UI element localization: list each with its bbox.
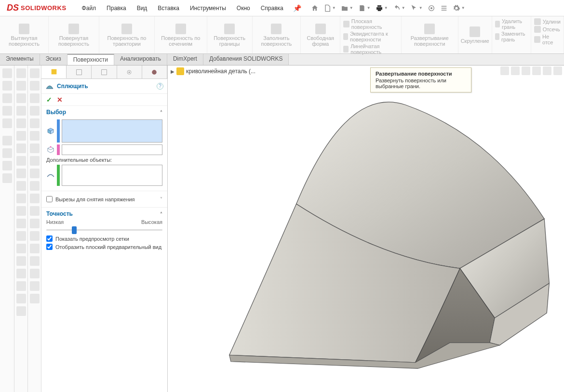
menu-help[interactable]: Справка [256, 3, 288, 13]
rb-freeform[interactable]: Свободная форма [301, 16, 340, 53]
lt2-icon[interactable] [16, 81, 26, 91]
tab-addins[interactable]: Добавления SOLIDWORKS [203, 54, 289, 65]
lt3-icon[interactable] [30, 81, 40, 91]
options-list-icon[interactable] [438, 2, 450, 14]
menu-edit[interactable]: Правка [102, 3, 131, 13]
lt1-icon[interactable] [2, 93, 12, 103]
fm-tab-dim[interactable] [117, 65, 142, 78]
lt1-icon[interactable] [2, 161, 12, 170]
menu-window[interactable]: Окно [232, 3, 255, 13]
lt2-icon[interactable] [16, 118, 26, 128]
cancel-button[interactable]: ✕ [57, 96, 63, 104]
lt3-icon[interactable] [30, 169, 40, 178]
hud-icon[interactable] [511, 66, 520, 75]
rb-fill-surface[interactable]: Заполнить поверхность [253, 16, 301, 53]
lt2-icon[interactable] [16, 106, 26, 116]
lt2-icon[interactable] [16, 194, 26, 203]
menu-tools[interactable]: Инструменты [185, 3, 231, 13]
lt2-icon[interactable] [16, 231, 26, 241]
lt3-icon[interactable] [30, 244, 40, 253]
breadcrumb[interactable]: ▶ криволинейная деталь (... [171, 67, 255, 75]
fm-tab-appearance[interactable] [142, 65, 167, 78]
graphics-viewport[interactable]: ▶ криволинейная деталь (... Развертывани… [168, 65, 564, 392]
lt3-icon[interactable] [30, 206, 40, 216]
lt2-icon[interactable] [16, 306, 26, 316]
additional-selection-box[interactable] [46, 165, 162, 186]
lt3-icon[interactable] [30, 231, 40, 241]
settings-icon[interactable]: ▼ [451, 2, 467, 14]
faces-selection-box[interactable] [46, 119, 162, 143]
lt2-icon[interactable] [16, 93, 26, 103]
lt1-icon[interactable] [2, 148, 12, 158]
lt3-icon[interactable] [30, 68, 40, 78]
hud-icon[interactable] [532, 66, 541, 75]
rebuild-icon[interactable] [426, 2, 437, 14]
rb-planar-surface[interactable]: Плоская поверхность [343, 18, 398, 30]
lt2-icon[interactable] [16, 219, 26, 228]
rb-extend[interactable]: Удлини [534, 18, 561, 25]
rb-loft-surface[interactable]: Поверхность по сечениям [155, 16, 207, 53]
lt2-icon[interactable] [16, 169, 26, 178]
lt3-icon[interactable] [30, 144, 40, 153]
rb-revolve-surface[interactable]: Повернутая поверхность [49, 16, 99, 53]
lt3-icon[interactable] [30, 93, 40, 103]
rb-delete-face[interactable]: Удалить грань [495, 18, 528, 30]
hud-icon[interactable] [500, 66, 509, 75]
lt3-icon[interactable] [30, 118, 40, 128]
lt2-icon[interactable] [16, 256, 26, 266]
help-icon[interactable]: ? [157, 83, 163, 90]
lt1-icon[interactable] [2, 68, 12, 78]
lt3-icon[interactable] [30, 219, 40, 228]
edge-selection-box[interactable] [46, 144, 162, 155]
home-icon[interactable] [309, 2, 321, 14]
print-icon[interactable]: ▼ [374, 2, 390, 14]
hud-icon[interactable] [522, 66, 530, 75]
accuracy-slider[interactable] [46, 226, 162, 234]
expand-icon[interactable]: ˅ [160, 196, 162, 202]
rb-extrude-surface[interactable]: Вытянутая поверхность [0, 16, 49, 53]
hud-icon[interactable] [553, 66, 562, 75]
relief-checkbox[interactable]: Вырезы для снятия напряжения ˅ [46, 196, 162, 202]
lt2-icon[interactable] [16, 156, 26, 166]
rb-replace-face[interactable]: Заменить грань [495, 31, 528, 42]
open-icon[interactable]: ▼ [339, 2, 355, 14]
menu-file[interactable]: Файл [77, 3, 101, 13]
flat-preview-checkbox[interactable]: Отобразить плоский предварительный вид [46, 244, 162, 250]
rb-fillet[interactable]: Скругление [458, 16, 492, 53]
rb-ruled-surface[interactable]: Линейчатая поверхность [343, 43, 398, 55]
lt3-icon[interactable] [30, 181, 40, 191]
tab-features[interactable]: Элементы [0, 54, 40, 65]
lt2-icon[interactable] [16, 181, 26, 191]
lt3-icon[interactable] [30, 106, 40, 116]
lt1-icon[interactable] [2, 81, 12, 91]
menu-view[interactable]: Вид [132, 3, 152, 13]
lt2-icon[interactable] [16, 68, 26, 78]
lt2-icon[interactable] [16, 244, 26, 253]
tab-evaluate[interactable]: Анализировать [114, 54, 167, 65]
preview-checkbox[interactable]: Показать предпросмотр сетки [46, 235, 162, 242]
tab-sketch[interactable]: Эскиз [40, 54, 67, 65]
collapse-icon[interactable]: ˄ [160, 211, 162, 217]
rb-boundary-surface[interactable]: Поверхность границы [207, 16, 253, 53]
lt2-icon[interactable] [16, 206, 26, 216]
new-icon[interactable]: ▼ [322, 2, 338, 14]
hud-icon[interactable] [543, 66, 551, 75]
lt2-icon[interactable] [16, 131, 26, 141]
tab-dimxpert[interactable]: DimXpert [167, 54, 203, 65]
rb-sweep-surface[interactable]: Поверхность по траектории [99, 16, 155, 53]
rb-offset-surface[interactable]: Эквидистанта к поверхности [343, 31, 398, 42]
lt1-icon[interactable] [2, 173, 12, 183]
rb-flatten-surface[interactable]: Развертывание поверхности [402, 16, 458, 53]
lt3-icon[interactable] [30, 194, 40, 203]
lt1-icon[interactable] [2, 118, 12, 128]
lt3-icon[interactable] [30, 269, 40, 278]
rb-trim[interactable]: Отсечь [534, 26, 560, 33]
lt1-icon[interactable] [2, 136, 12, 145]
flat-input[interactable] [46, 244, 53, 250]
ok-button[interactable]: ✓ [46, 96, 52, 104]
pin-icon[interactable]: 📌 [293, 4, 301, 12]
relief-input[interactable] [46, 196, 53, 202]
lt1-icon[interactable] [2, 106, 12, 116]
select-icon[interactable]: ▼ [408, 2, 425, 14]
lt3-icon[interactable] [30, 131, 40, 141]
